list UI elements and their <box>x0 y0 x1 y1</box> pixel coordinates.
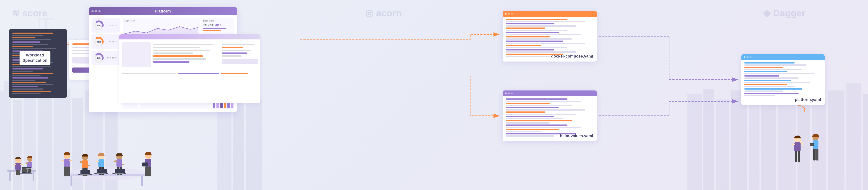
code-line <box>506 107 559 108</box>
svg-rect-121 <box>813 149 815 160</box>
code-line <box>506 19 567 20</box>
code-line <box>12 39 51 40</box>
window-dot <box>95 10 97 12</box>
docker-compose-window: docker-compose.yaml <box>503 11 597 62</box>
text-line <box>153 50 210 51</box>
svg-rect-106 <box>148 166 151 177</box>
window-dot <box>747 56 748 58</box>
svg-rect-108 <box>97 173 106 175</box>
svg-rect-61 <box>26 162 28 164</box>
svg-rect-122 <box>816 149 818 160</box>
platform-titlebar: Platform <box>89 7 237 15</box>
code-line <box>506 38 572 40</box>
svg-rect-80 <box>80 161 83 163</box>
docker-compose-body <box>503 17 597 59</box>
text-line-orange <box>221 73 248 74</box>
platform-yaml-filename: platform.yaml <box>795 97 821 102</box>
window-dot <box>92 10 94 12</box>
code-line <box>744 67 783 68</box>
svg-rect-28 <box>863 94 868 190</box>
svg-rect-114 <box>795 151 797 162</box>
code-line <box>12 44 48 45</box>
svg-rect-21 <box>749 98 760 190</box>
svg-text:↑: ↑ <box>801 150 802 153</box>
svg-rect-88 <box>96 160 99 162</box>
svg-rect-52 <box>33 171 34 181</box>
donut-card-2: 45% Lorem Ipsum <box>92 34 120 49</box>
svg-rect-112 <box>792 144 795 145</box>
svg-text:45%: 45% <box>97 40 101 43</box>
code-line <box>506 118 563 119</box>
right-people-svg: ↑ <box>783 121 834 185</box>
svg-rect-17 <box>687 94 702 190</box>
code-line <box>506 125 567 126</box>
code-line <box>506 49 554 51</box>
text-line <box>153 44 213 45</box>
code-line <box>506 116 554 117</box>
svg-rect-75 <box>69 160 72 161</box>
progress-bar <box>203 30 221 31</box>
window-dot <box>508 13 510 15</box>
code-line <box>744 62 795 64</box>
code-line <box>506 101 581 102</box>
person-at-desk-svg <box>4 141 40 181</box>
code-line <box>744 77 799 79</box>
code-line <box>506 56 550 57</box>
code-line <box>744 71 787 72</box>
svg-rect-5 <box>38 94 53 190</box>
code-line <box>12 66 51 67</box>
code-line <box>506 34 581 35</box>
svg-rect-76 <box>64 166 67 177</box>
code-line <box>506 47 567 48</box>
svg-rect-89 <box>104 164 106 165</box>
code-line <box>506 131 541 132</box>
text-line-orange <box>153 55 203 57</box>
donut-chart-1: 45% <box>93 20 104 31</box>
code-line <box>506 21 585 22</box>
code-line <box>744 64 806 66</box>
code-line <box>506 28 546 29</box>
svg-rect-54 <box>16 163 21 170</box>
donut-card-3: 45% Lorem Ipsum <box>92 51 120 65</box>
svg-text:45%: 45% <box>97 57 101 59</box>
docker-compose-filename: docker-compose.yaml <box>551 54 593 59</box>
code-line <box>506 105 572 106</box>
text-line-orange <box>222 47 243 48</box>
text-line <box>222 55 242 57</box>
platform-yaml-titlebar <box>741 54 825 60</box>
svg-rect-20 <box>731 91 747 190</box>
code-line <box>506 43 585 44</box>
svg-rect-92 <box>97 169 107 173</box>
team-svg <box>53 136 164 186</box>
helm-values-filename: helm-values.yaml <box>560 133 593 138</box>
code-line <box>12 68 43 69</box>
platform-title: Platform <box>155 9 171 13</box>
svg-text:◎ acorn: ◎ acorn <box>365 8 402 18</box>
window-dot <box>98 10 100 12</box>
code-line <box>12 41 40 42</box>
svg-rect-100 <box>115 169 125 173</box>
text-line <box>222 50 251 51</box>
code-line <box>744 75 779 76</box>
code-line <box>12 73 53 74</box>
code-line <box>12 91 51 92</box>
workload-line2: Specification <box>23 58 48 63</box>
helm-values-body <box>503 96 597 139</box>
svg-rect-57 <box>16 170 18 175</box>
text-line-purple <box>153 61 189 63</box>
code-line <box>12 70 33 72</box>
workload-specification-label: Workload Specification <box>20 51 51 65</box>
helm-values-window: helm-values.yaml <box>503 91 597 141</box>
code-line <box>744 73 814 74</box>
code-line <box>506 122 550 124</box>
svg-rect-55 <box>13 164 16 165</box>
text-line-purple <box>178 73 219 74</box>
text-line <box>222 44 254 45</box>
code-line <box>506 40 563 42</box>
docker-compose-titlebar <box>503 11 597 17</box>
svg-rect-56 <box>20 164 23 165</box>
code-line <box>12 84 53 85</box>
svg-rect-87 <box>98 159 104 167</box>
svg-rect-109 <box>115 173 124 175</box>
window-dot <box>505 13 507 15</box>
